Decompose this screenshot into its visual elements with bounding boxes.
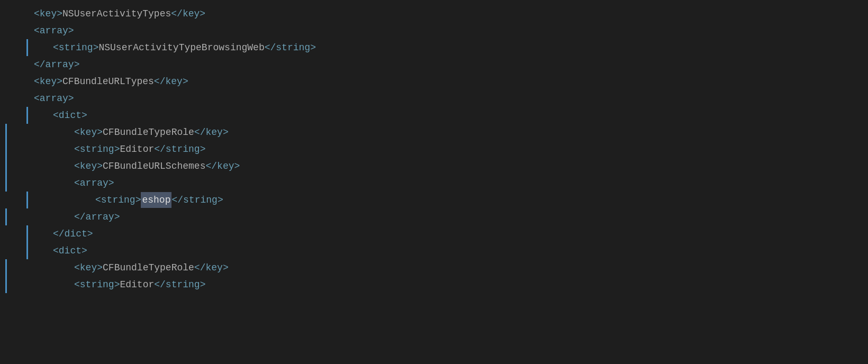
code-line-6: <array> <box>32 90 868 107</box>
code-line-16: <key>CFBundleTypeRole</key> <box>32 259 868 276</box>
code-line-12: <string>eshop</string> Change Your Schem… <box>32 192 868 208</box>
code-line-5: <key>CFBundleURLTypes</key> <box>32 73 868 90</box>
code-line-10: <key>CFBundleURLSchemes</key> <box>32 158 868 175</box>
highlighted-scheme: eshop <box>141 192 171 208</box>
code-line-17: <string>Editor</string> <box>32 276 868 293</box>
code-line-8: <key>CFBundleTypeRole</key> <box>32 124 868 141</box>
indent-bar-10 <box>26 242 28 259</box>
code-line-15: <dict> <box>32 242 868 259</box>
code-line-1: <key>NSUserActivityTypes</key> <box>32 5 868 22</box>
indent-bar-9 <box>26 225 28 242</box>
indent-bar-7 <box>26 192 28 208</box>
code-editor: <key>NSUserActivityTypes</key> <array> <… <box>0 0 868 298</box>
indent-bar-5 <box>5 158 7 175</box>
indent-bar-6 <box>5 175 7 192</box>
indent-bar-12 <box>5 276 7 293</box>
code-line-13: </array> <box>32 208 868 225</box>
indent-bar-4 <box>5 141 7 158</box>
code-line-3: <string>NSUserActivityTypeBrowsingWeb</s… <box>32 39 868 56</box>
indent-bar-11 <box>5 259 7 276</box>
code-line-2: <array> <box>32 22 868 39</box>
indent-bar-3 <box>5 124 7 141</box>
code-line-7: <dict> <box>32 107 868 124</box>
code-line-11: <array> <box>32 175 868 192</box>
indent-bar-2 <box>26 107 28 124</box>
code-line-14: </dict> <box>32 225 868 242</box>
indent-bar-8 <box>5 208 7 225</box>
tag-bracket: < <box>34 6 40 22</box>
code-line-4: </array> <box>32 56 868 73</box>
indent-bar <box>26 39 28 56</box>
code-line-9: <string>Editor</string> <box>32 141 868 158</box>
